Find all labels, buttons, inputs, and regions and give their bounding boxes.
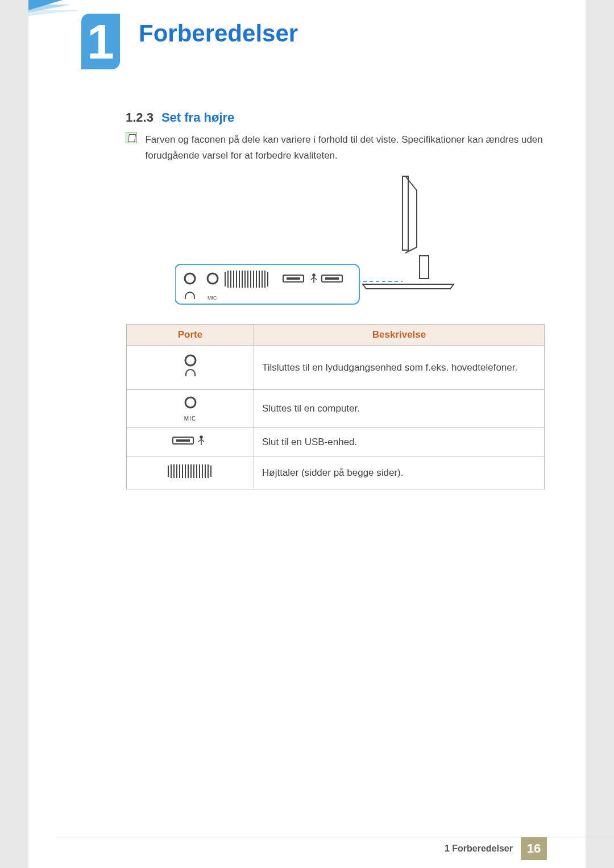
table-header-desc: Beskrivelse [254,325,545,346]
page: 1 Forberedelser 1.2.3Set fra højre Farve… [28,0,586,868]
note-row: Farven og faconen på dele kan variere i … [126,132,555,164]
port-cell-headphone [127,346,254,390]
table-row: Tilsluttes til en lydudgangsenhed som f.… [127,346,545,390]
footer-page-number: 16 [521,837,547,860]
svg-rect-0 [403,176,408,250]
diagram-mic-label: MIC [208,295,217,301]
note-icon [126,132,137,143]
mic-label: MIC [135,416,246,422]
desc-cell: Slut til en USB-enhed. [254,428,545,456]
ports-table: Porte Beskrivelse Tilsluttes til en lydu… [126,324,545,489]
section-heading: 1.2.3Set fra højre [126,110,234,125]
chapter-number-badge: 1 [81,14,120,69]
table-row: MIC Sluttes til en computer. [127,390,545,428]
mic-jack-icon [179,396,202,409]
port-cell-mic: MIC [127,390,254,428]
table-row: Slut til en USB-enhed. [127,428,545,456]
corner-decoration [28,0,85,23]
footer-chapter-label: 1 Forberedelser [445,844,513,854]
section-number: 1.2.3 [126,110,154,124]
desc-cell: Tilsluttes til en lydudgangsenhed som f.… [254,346,545,390]
svg-rect-23 [287,277,300,280]
svg-rect-35 [176,439,190,442]
speaker-grille-icon [165,462,216,480]
side-view-diagram: MIC [175,171,493,318]
desc-cell: Højttaler (sidder på begge sider). [254,456,545,489]
port-cell-speaker [127,456,254,489]
section-title: Set fra højre [161,110,234,124]
chapter-title: Forberedelser [139,20,298,47]
svg-point-30 [185,355,196,366]
table-row: Højttaler (sidder på begge sider). [127,456,545,489]
desc-cell: Sluttes til en computer. [254,390,545,428]
table-header-port: Porte [127,325,254,346]
port-cell-usb [127,428,254,456]
svg-rect-1 [420,256,429,279]
svg-point-33 [185,397,196,408]
svg-rect-27 [325,277,339,280]
page-footer: 1 Forberedelser 16 [445,837,547,860]
usb-port-icon [171,434,210,447]
headphone-jack-icon [179,354,202,379]
note-text: Farven og faconen på dele kan variere i … [145,132,543,164]
